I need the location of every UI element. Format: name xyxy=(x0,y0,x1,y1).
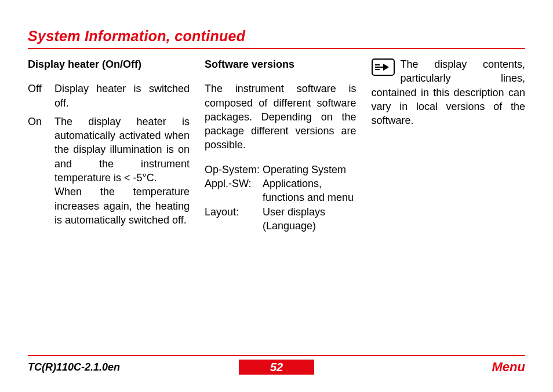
software-version-text: Operating System xyxy=(263,163,356,177)
software-version-text: Applications, functions and menu xyxy=(263,177,356,205)
software-version-text: User displays (Language) xyxy=(263,205,356,233)
def-row-off: Off Display heater is switched off. xyxy=(28,82,190,110)
software-version-row: Layout:User displays (Language) xyxy=(205,205,356,233)
footer-line: TC(R)110C-2.1.0en 52 Menu xyxy=(28,360,525,375)
def-label-off: Off xyxy=(28,82,54,110)
software-version-row: Appl.-SW:Applications, functions and men… xyxy=(205,177,356,205)
column-display-heater: Display heater (On/Off) Off Display heat… xyxy=(28,57,190,233)
software-intro: The instrument software is composed of d… xyxy=(205,82,356,152)
page-title: System Information, continued xyxy=(28,28,525,45)
def-text-off: Display heater is switched off. xyxy=(54,82,190,110)
software-version-list: Op-System:Operating SystemAppl.-SW:Appli… xyxy=(205,163,356,233)
software-version-label: Appl.-SW: xyxy=(205,177,263,205)
manual-page: System Information, continued Display he… xyxy=(0,0,553,392)
software-version-label: Op-System: xyxy=(205,163,263,177)
def-row-on: On The display heater is automatically a… xyxy=(28,115,190,227)
footer-doc-id: TC(R)110C-2.1.0en xyxy=(28,361,239,373)
footer-rule xyxy=(28,355,525,356)
column-note: The display contents, particularly lines… xyxy=(372,57,525,233)
pointing-hand-icon xyxy=(372,58,395,79)
column-software-versions: Software versions The instrument softwar… xyxy=(205,57,356,233)
footer-section: Menu xyxy=(314,360,525,375)
software-version-row: Op-System:Operating System xyxy=(205,163,356,177)
software-version-label: Layout: xyxy=(205,205,263,233)
heading-software-versions: Software versions xyxy=(205,57,356,71)
def-label-on: On xyxy=(28,115,54,227)
footer-page-number: 52 xyxy=(239,360,314,375)
heading-display-heater: Display heater (On/Off) xyxy=(28,57,190,71)
content-columns: Display heater (On/Off) Off Display heat… xyxy=(28,57,525,233)
title-rule xyxy=(28,48,525,49)
page-footer: TC(R)110C-2.1.0en 52 Menu xyxy=(28,355,525,375)
note-block: The display contents, particularly lines… xyxy=(372,57,525,127)
def-text-on: The display heater is automatically acti… xyxy=(54,115,190,227)
